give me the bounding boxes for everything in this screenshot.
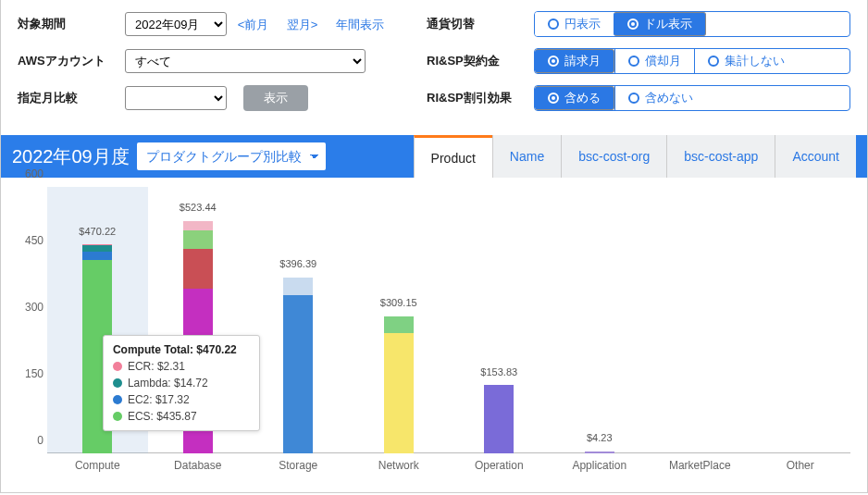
bar-segment <box>183 249 213 289</box>
bar-value-label: $396.39 <box>279 258 316 269</box>
radio-option-label: 含めない <box>645 90 693 106</box>
bar-stack <box>283 278 313 453</box>
radio-dot-icon <box>548 56 559 67</box>
radio-dot-icon <box>548 19 559 30</box>
bar-segment <box>484 385 514 453</box>
tooltip-row: ECS: $435.87 <box>113 410 250 423</box>
bar-segment <box>283 295 313 453</box>
tooltip-row: Lambda: $14.72 <box>113 377 250 390</box>
radio-option[interactable]: ドル表示 <box>614 12 706 36</box>
bar-segment <box>82 252 112 259</box>
radio-option-label: 含める <box>564 90 601 106</box>
prev-month-link[interactable]: <前月 <box>238 18 269 31</box>
risp-contract-toggle[interactable]: 請求月償却月集計しない <box>534 48 850 74</box>
view-select[interactable]: プロダクトグループ別比較 <box>137 142 326 170</box>
radio-option[interactable]: 円表示 <box>535 12 614 36</box>
y-tick-label: 600 <box>25 167 43 180</box>
radio-option-label: ドル表示 <box>644 16 692 32</box>
chart-container: 0150300450600 $470.22$523.44$396.39$309.… <box>1 178 867 489</box>
tooltip-swatch-icon <box>113 395 122 404</box>
bar-value-label: $470.22 <box>79 226 116 237</box>
x-tick-label: Application <box>550 453 651 483</box>
section-header: 2022年09月度 プロダクトグループ別比較 ProductNamebsc-co… <box>1 135 867 178</box>
bar-stack <box>384 316 414 453</box>
radio-option-label: 請求月 <box>564 53 601 69</box>
radio-dot-icon <box>628 56 639 67</box>
x-tick-label: Compute <box>47 453 148 483</box>
y-tick-label: 150 <box>25 367 43 380</box>
tooltip-swatch-icon <box>113 362 122 371</box>
y-tick-label: 450 <box>25 234 43 247</box>
tab-account[interactable]: Account <box>775 135 856 178</box>
tab-product[interactable]: Product <box>414 135 492 178</box>
radio-option[interactable]: 請求月 <box>535 49 614 73</box>
tab-bsc-cost-org[interactable]: bsc-cost-org <box>561 135 666 178</box>
bar-value-label: $309.15 <box>380 297 417 308</box>
currency-label: 通貨切替 <box>427 16 528 32</box>
bar-column[interactable]: $153.83 <box>449 187 550 453</box>
bar-segment <box>183 221 213 230</box>
account-label: AWSアカウント <box>18 53 119 69</box>
x-axis: ComputeDatabaseStorageNetworkOperationAp… <box>47 453 850 483</box>
tab-bsc-cost-app[interactable]: bsc-cost-app <box>666 135 775 178</box>
period-select[interactable]: 2022年09月 <box>125 12 227 36</box>
tooltip-text: ECR: $2.31 <box>128 360 185 373</box>
bar-value-label: $523.44 <box>180 202 217 213</box>
radio-option[interactable]: 含める <box>535 86 614 110</box>
cost-bar-chart: 0150300450600 $470.22$523.44$396.39$309.… <box>14 187 854 483</box>
tooltip-title: Compute Total: $470.22 <box>113 343 250 356</box>
filter-panel: 対象期間 2022年09月 <前月 翌月> 年間表示 通貨切替 円表示ドル表示 … <box>1 0 867 135</box>
bar-column[interactable]: $309.15 <box>349 187 450 453</box>
radio-option-label: 円表示 <box>564 16 601 32</box>
bar-segment <box>183 230 213 250</box>
risp-discount-label: RI&SP割引効果 <box>427 90 528 106</box>
bar-column[interactable]: $396.39 <box>248 187 349 453</box>
account-select[interactable]: すべて <box>125 49 366 73</box>
annual-link[interactable]: 年間表示 <box>336 18 384 31</box>
tooltip-text: EC2: $17.32 <box>128 393 190 406</box>
radio-option[interactable]: 集計しない <box>694 49 798 73</box>
tooltip-swatch-icon <box>113 378 122 388</box>
section-title: 2022年09月度 <box>12 144 130 169</box>
bar-segment <box>283 278 313 295</box>
compare-button[interactable]: 表示 <box>243 85 308 111</box>
y-tick-label: 300 <box>25 301 43 314</box>
x-tick-label: Network <box>349 453 450 483</box>
tooltip-text: ECS: $435.87 <box>128 410 197 423</box>
tooltip-row: ECR: $2.31 <box>113 360 250 373</box>
tab-name[interactable]: Name <box>492 135 561 178</box>
y-axis: 0150300450600 <box>14 187 47 453</box>
x-tick-label: Storage <box>248 453 349 483</box>
radio-option-label: 集計しない <box>725 53 785 69</box>
bar-column[interactable] <box>750 187 851 453</box>
radio-option-label: 償却月 <box>645 53 681 69</box>
risp-discount-toggle[interactable]: 含める含めない <box>534 85 850 111</box>
x-tick-label: Operation <box>449 453 550 483</box>
bar-stack <box>484 385 514 453</box>
risp-contract-label: RI&SP契約金 <box>427 53 528 69</box>
bar-value-label: $153.83 <box>480 366 517 377</box>
bar-segment <box>384 316 414 334</box>
bar-value-label: $4.23 <box>587 432 613 443</box>
chart-tooltip: Compute Total: $470.22ECR: $2.31Lambda: … <box>103 335 260 431</box>
y-tick-label: 0 <box>37 434 43 447</box>
radio-dot-icon <box>628 93 639 104</box>
radio-dot-icon <box>708 56 719 67</box>
radio-option[interactable]: 償却月 <box>614 49 694 73</box>
bar-column[interactable] <box>650 187 750 453</box>
period-label: 対象期間 <box>18 16 119 32</box>
x-tick-label: Database <box>148 453 249 483</box>
x-tick-label: MarketPlace <box>650 453 750 483</box>
tab-bar: ProductNamebsc-cost-orgbsc-cost-appAccou… <box>414 135 856 178</box>
radio-dot-icon <box>548 93 559 104</box>
compare-label: 指定月比較 <box>18 90 119 106</box>
tooltip-row: EC2: $17.32 <box>113 393 250 406</box>
radio-option[interactable]: 含めない <box>614 86 706 110</box>
x-tick-label: Other <box>750 453 851 483</box>
currency-toggle[interactable]: 円表示ドル表示 <box>534 11 850 37</box>
compare-select[interactable] <box>125 86 227 110</box>
next-month-link[interactable]: 翌月> <box>287 18 318 31</box>
bar-segment <box>82 245 112 252</box>
bar-column[interactable]: $4.23 <box>550 187 651 453</box>
tooltip-text: Lambda: $14.72 <box>128 377 208 390</box>
